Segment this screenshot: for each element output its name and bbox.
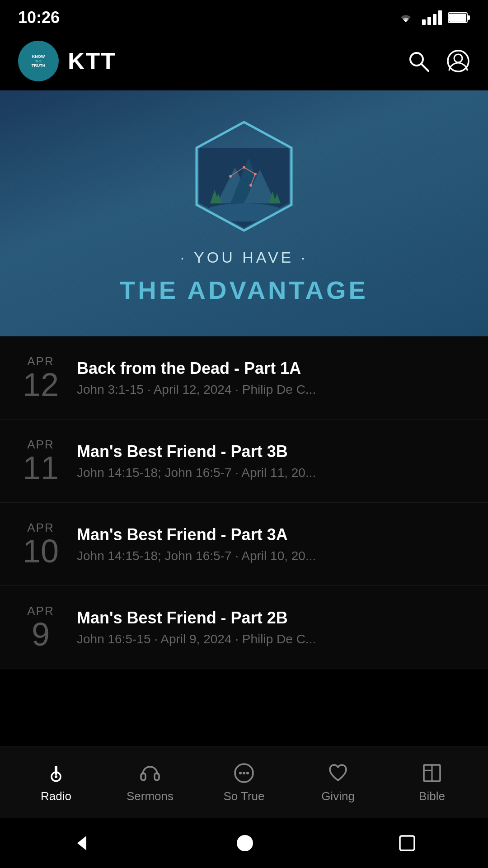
sermon-meta: John 3:1-15 · April 12, 2024 · Philip De… — [77, 382, 470, 397]
svg-point-32 — [249, 184, 252, 187]
svg-rect-5 — [449, 14, 466, 22]
sermon-meta: John 16:5-15 · April 9, 2024 · Philip De… — [77, 632, 470, 646]
sermon-day: 9 — [32, 618, 50, 651]
svg-point-39 — [239, 772, 242, 774]
sermon-info: Man's Best Friend - Part 2B John 16:5-15… — [77, 608, 470, 646]
svg-point-18 — [203, 203, 285, 222]
nav-item-sermons[interactable]: Sermons — [103, 761, 197, 803]
recents-icon — [398, 834, 416, 852]
app-bar-actions — [407, 49, 470, 73]
wifi-icon — [396, 10, 416, 25]
recents-button[interactable] — [398, 834, 416, 852]
nav-label-radio: Radio — [41, 789, 71, 803]
svg-point-14 — [454, 54, 462, 62]
sermon-meta: John 14:15-18; John 16:5-7 · April 11, 2… — [77, 466, 470, 480]
headphones-icon — [138, 761, 162, 785]
sermon-info: Man's Best Friend - Part 3B John 14:15-1… — [77, 442, 470, 480]
app-bar: KNOW THE TRUTH KTT — [0, 32, 488, 90]
hero-subtitle: · YOU HAVE · — [180, 249, 308, 266]
hero-banner: · YOU HAVE · THE ADVANTAGE — [0, 90, 488, 336]
hero-title: THE ADVANTAGE — [120, 275, 368, 305]
sermon-title: Man's Best Friend - Part 3A — [77, 525, 470, 544]
status-icons — [396, 10, 470, 25]
sermon-list: APR 12 Back from the Dead - Part 1A John… — [0, 336, 488, 669]
svg-point-31 — [254, 173, 257, 175]
sermon-day: 10 — [23, 535, 59, 567]
status-bar: 10:26 — [0, 0, 488, 32]
svg-rect-6 — [468, 15, 470, 20]
nav-label-sotrue: So True — [223, 789, 264, 803]
heart-icon — [326, 761, 350, 785]
sermon-title: Back from the Dead - Part 1A — [77, 359, 470, 378]
status-time: 10:26 — [18, 8, 60, 27]
sermon-item[interactable]: APR 11 Man's Best Friend - Part 3B John … — [0, 420, 488, 503]
hero-image — [185, 118, 303, 235]
sermon-info: Back from the Dead - Part 1A John 3:1-15… — [77, 359, 470, 397]
home-icon — [235, 833, 255, 853]
sermon-title: Man's Best Friend - Part 2B — [77, 608, 470, 627]
chat-icon — [232, 761, 256, 785]
app-title: KTT — [68, 47, 116, 75]
svg-point-40 — [243, 772, 245, 774]
svg-line-12 — [421, 64, 428, 71]
sermon-meta: John 14:15-18; John 16:5-7 · April 10, 2… — [77, 549, 470, 563]
bible-icon — [420, 761, 444, 785]
nav-item-giving[interactable]: Giving — [291, 761, 385, 803]
radio-icon — [44, 761, 68, 785]
signal-icon — [422, 10, 442, 25]
sermon-info: Man's Best Friend - Part 3A John 14:15-1… — [77, 525, 470, 563]
search-icon — [407, 49, 430, 73]
svg-point-29 — [229, 175, 232, 178]
sermon-item[interactable]: APR 12 Back from the Dead - Part 1A John… — [0, 336, 488, 420]
svg-text:THE: THE — [35, 60, 42, 63]
nav-item-radio[interactable]: Radio — [9, 761, 103, 803]
sermon-title: Man's Best Friend - Part 3B — [77, 442, 470, 461]
sermon-day: 12 — [23, 368, 59, 401]
app-bar-left: KNOW THE TRUTH KTT — [18, 41, 116, 81]
profile-icon — [446, 49, 470, 73]
svg-rect-1 — [427, 17, 431, 25]
bottom-nav: Radio Sermons So True G — [0, 746, 488, 818]
nav-label-sermons: Sermons — [127, 789, 174, 803]
sermon-date: APR 9 — [18, 604, 63, 651]
logo-image: KNOW THE TRUTH — [23, 45, 54, 77]
profile-button[interactable] — [446, 49, 470, 73]
back-button[interactable] — [72, 833, 92, 853]
svg-text:TRUTH: TRUTH — [32, 63, 46, 68]
app-logo: KNOW THE TRUTH — [18, 41, 59, 81]
svg-point-41 — [246, 772, 249, 774]
home-button[interactable] — [235, 833, 255, 853]
battery-icon — [448, 12, 470, 24]
svg-rect-0 — [422, 19, 426, 25]
sermon-date: APR 11 — [18, 438, 63, 484]
android-nav-bar — [0, 818, 488, 868]
svg-point-30 — [243, 166, 245, 169]
sermon-date: APR 12 — [18, 354, 63, 401]
svg-point-46 — [237, 835, 253, 851]
svg-text:KNOW: KNOW — [32, 54, 45, 59]
sermon-item[interactable]: APR 10 Man's Best Friend - Part 3A John … — [0, 503, 488, 586]
sermon-date: APR 10 — [18, 521, 63, 567]
svg-point-35 — [55, 775, 57, 778]
svg-rect-47 — [400, 836, 414, 850]
nav-label-bible: Bible — [419, 789, 445, 803]
sermon-day: 11 — [23, 452, 59, 484]
svg-marker-45 — [77, 836, 86, 850]
search-button[interactable] — [407, 49, 430, 73]
nav-item-bible[interactable]: Bible — [385, 761, 479, 803]
svg-rect-3 — [438, 10, 442, 25]
back-icon — [72, 833, 92, 853]
nav-label-giving: Giving — [321, 789, 355, 803]
svg-rect-34 — [55, 766, 57, 775]
svg-rect-2 — [433, 14, 436, 25]
nav-item-sotrue[interactable]: So True — [197, 761, 291, 803]
sermon-item[interactable]: APR 9 Man's Best Friend - Part 2B John 1… — [0, 586, 488, 669]
